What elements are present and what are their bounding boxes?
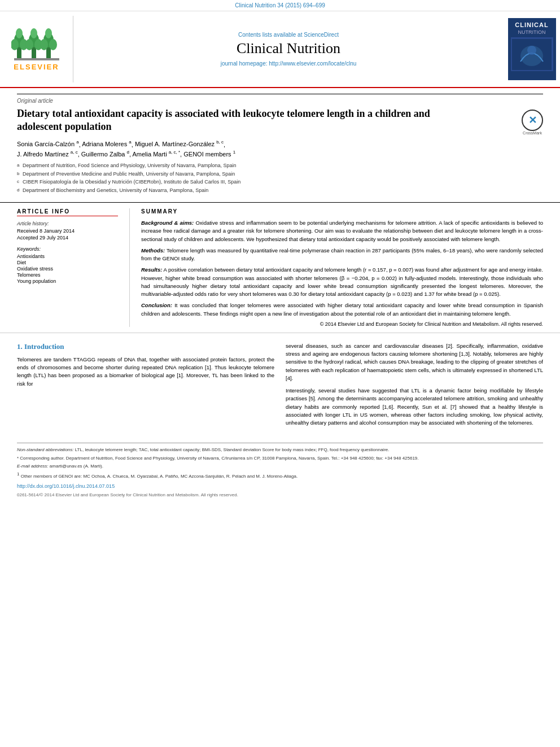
cn-logo-nutrition-text: NUTRITION bbox=[518, 29, 546, 35]
svg-point-7 bbox=[25, 39, 33, 50]
author-1: Sonia García-Calzón a bbox=[17, 141, 79, 147]
body-col-right: several diseases, such as cancer and car… bbox=[286, 342, 543, 432]
summary-background: Background & aims: Oxidative stress and … bbox=[141, 219, 543, 243]
svg-point-18 bbox=[527, 46, 536, 55]
article-type: Original article bbox=[17, 94, 543, 104]
keyword-2: Diet bbox=[17, 260, 118, 265]
cn-logo-clinical-text: CLINICAL bbox=[515, 21, 548, 28]
svg-point-13 bbox=[49, 39, 57, 50]
author-5: Guillermo Zalba d bbox=[81, 151, 129, 158]
keyword-4: Telomeres bbox=[17, 272, 118, 278]
abbrev-text: LTL, leukocyte telomere length; TAC, tot… bbox=[75, 447, 390, 452]
article-info-summary-section: ARTICLE INFO Article history: Received 8… bbox=[0, 203, 560, 333]
homepage-url: journal homepage: http://www.elsevier.co… bbox=[221, 60, 357, 67]
elsevier-logo: ELSEVIER bbox=[0, 16, 73, 82]
svg-point-12 bbox=[40, 39, 48, 50]
summary-results: Results: A positive correlation between … bbox=[141, 266, 543, 298]
summary-conclusion: Conclusion: It was concluded that longer… bbox=[141, 302, 543, 318]
svg-point-4 bbox=[16, 28, 23, 38]
affiliations-list: a Department of Nutrition, Food Science … bbox=[17, 162, 543, 194]
journal-homepage[interactable]: journal homepage: http://www.elsevier.co… bbox=[221, 60, 357, 67]
author-7: GENOI members 1 bbox=[183, 151, 235, 158]
affiliation-d: d Department of Biochemistry and Genetic… bbox=[17, 187, 543, 195]
keywords-label: Keywords: bbox=[17, 246, 118, 252]
affiliation-c: c CIBER Fisiopatología de la Obesidad y … bbox=[17, 178, 543, 186]
corresponding-text: Department of Nutrition, Food Science an… bbox=[66, 456, 419, 461]
sciencedirect-text: Contents lists available at ScienceDirec… bbox=[238, 32, 339, 38]
aff-sup-a: a bbox=[17, 162, 23, 170]
author-6: Amelia Marti a, c, * bbox=[132, 151, 180, 158]
affiliation-b: b Department of Preventive Medicine and … bbox=[17, 171, 543, 178]
corresponding-label: * Corresponding author. bbox=[17, 456, 65, 461]
background-text: Oxidative stress and inflammation seem t… bbox=[141, 220, 543, 242]
received-date: Received 8 January 2014 bbox=[17, 228, 118, 234]
cn-logo-image bbox=[511, 37, 553, 71]
article-history-label: Article history: bbox=[17, 221, 118, 226]
abbreviations-footnote: Non-standard abbreviations: LTL, leukocy… bbox=[17, 447, 543, 453]
crossmark-badge: ✕ CrossMark bbox=[522, 110, 543, 135]
email-text: amarti@unav.es (A. Marti). bbox=[50, 464, 103, 469]
body-section: 1. Introduction Telomeres are tandem TTA… bbox=[0, 333, 560, 508]
article-info-panel: ARTICLE INFO Article history: Received 8… bbox=[17, 208, 130, 327]
keyword-1: Antioxidants bbox=[17, 254, 118, 259]
results-label: Results: bbox=[141, 267, 162, 273]
aff-text-a: Department of Nutrition, Food Science an… bbox=[23, 162, 237, 170]
conclusion-label: Conclusion: bbox=[141, 302, 172, 308]
intro-text-right-2: Interestingly, several studies have sugg… bbox=[286, 387, 543, 427]
svg-point-9 bbox=[30, 28, 37, 38]
summary-methods: Methods: Telomere length was measured by… bbox=[141, 247, 543, 263]
article-info-heading: ARTICLE INFO bbox=[17, 208, 118, 216]
background-label: Background & aims: bbox=[141, 220, 194, 226]
cn-logo-area: CLINICAL NUTRITION bbox=[504, 16, 560, 82]
keywords-section: Keywords: Antioxidants Diet Oxidative st… bbox=[17, 246, 118, 284]
affiliation-a: a Department of Nutrition, Food Science … bbox=[17, 162, 543, 170]
aff-sup-d: d bbox=[17, 187, 23, 195]
crossmark-label: CrossMark bbox=[522, 131, 543, 135]
corresponding-footnote: * Corresponding author. Department of Nu… bbox=[17, 455, 543, 461]
body-two-column: 1. Introduction Telomeres are tandem TTA… bbox=[17, 342, 543, 432]
genoi-footnote: 1 Other members of GENOI are: MC Ochoa, … bbox=[17, 471, 543, 479]
keyword-5: Young population bbox=[17, 278, 118, 284]
conclusion-text: It was concluded that longer telomeres w… bbox=[141, 302, 543, 316]
crossmark-icon: ✕ bbox=[522, 110, 543, 131]
issn-copyright: 0261-5614/© 2014 Elsevier Ltd and Europe… bbox=[17, 492, 543, 498]
genoi-text: Other members of GENOI are: MC Ochoa, A.… bbox=[21, 474, 298, 479]
summary-copyright: © 2014 Elsevier Ltd and European Society… bbox=[141, 321, 543, 327]
journal-reference: Clinical Nutrition 34 (2015) 694–699 bbox=[0, 0, 560, 11]
abbrev-label: Non-standard abbreviations: bbox=[17, 447, 74, 452]
aff-sup-c: c bbox=[17, 178, 23, 186]
article-header-section: Original article Dietary total antioxida… bbox=[0, 88, 560, 203]
author-2: Adriana Moleres a bbox=[82, 141, 132, 147]
summary-panel: SUMMARY Background & aims: Oxidative str… bbox=[130, 208, 543, 327]
aff-sup-b: b bbox=[17, 171, 23, 178]
intro-text-left: Telomeres are tandem TTAGGG repeats of D… bbox=[17, 356, 274, 388]
author-3: Miguel A. Martínez-González b, c bbox=[135, 141, 224, 147]
summary-heading: SUMMARY bbox=[141, 208, 543, 215]
genoi-sup: 1 bbox=[17, 471, 19, 477]
sciencedirect-link[interactable]: Contents lists available at ScienceDirec… bbox=[238, 32, 339, 38]
accepted-date: Accepted 29 July 2014 bbox=[17, 235, 118, 241]
journal-header: ELSEVIER Contents lists available at Sci… bbox=[0, 11, 560, 88]
cn-logo-box: CLINICAL NUTRITION bbox=[508, 18, 556, 80]
journal-title: Clinical Nutrition bbox=[237, 40, 340, 57]
journal-ref-text: Clinical Nutrition 34 (2015) 694–699 bbox=[235, 2, 325, 8]
svg-point-14 bbox=[45, 28, 52, 38]
methods-text: Telomere length was measured by quantita… bbox=[141, 247, 543, 261]
keywords-label-text: Keywords: bbox=[17, 246, 41, 252]
article-title: Dietary total antioxidant capacity is as… bbox=[17, 107, 457, 134]
methods-label: Methods: bbox=[141, 247, 165, 254]
intro-text-right-1: several diseases, such as cancer and car… bbox=[286, 342, 543, 382]
elsevier-brand-text: ELSEVIER bbox=[14, 63, 59, 71]
keyword-3: Oxidative stress bbox=[17, 266, 118, 272]
email-label: E-mail address: bbox=[17, 464, 49, 469]
aff-text-d: Department of Biochemistry and Genetics,… bbox=[23, 187, 208, 195]
body-col-left: 1. Introduction Telomeres are tandem TTA… bbox=[17, 342, 274, 432]
email-footnote: E-mail address: amarti@unav.es (A. Marti… bbox=[17, 463, 543, 469]
journal-title-area: Contents lists available at ScienceDirec… bbox=[73, 16, 504, 82]
author-4: J. Alfredo Martínez a, c bbox=[17, 151, 78, 158]
doi-link[interactable]: http://dx.doi.org/10.1016/j.clnu.2014.07… bbox=[17, 483, 543, 490]
footnotes-section: Non-standard abbreviations: LTL, leukocy… bbox=[17, 443, 543, 498]
svg-rect-15 bbox=[14, 58, 59, 60]
results-text: A positive correlation between dietary t… bbox=[141, 267, 543, 297]
authors-list: Sonia García-Calzón a, Adriana Moleres a… bbox=[17, 139, 543, 159]
